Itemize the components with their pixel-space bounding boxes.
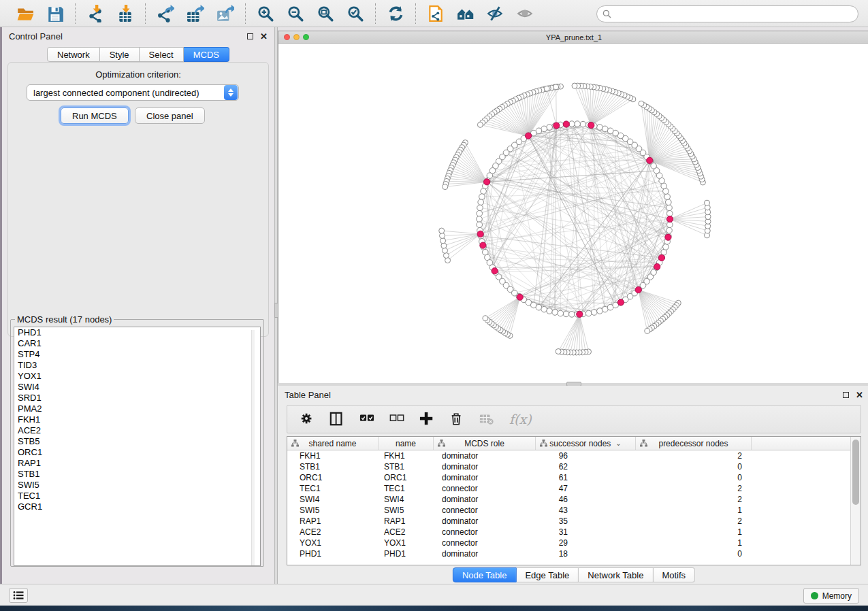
cell-successor-nodes: 62 [536,461,636,472]
criterion-dropdown[interactable]: largest connected component (undirected) [27,84,239,101]
column-header-successor-nodes[interactable]: successor nodes⌄ [536,437,636,450]
task-history-button[interactable] [9,588,28,603]
tab-mcds[interactable]: MCDS [184,47,229,62]
float-panel-icon[interactable] [843,392,849,398]
node-table[interactable]: shared namenameMCDS rolesuccessor nodes⌄… [287,436,861,565]
tab-style[interactable]: Style [100,47,140,62]
cell-name: ORC1 [379,472,434,483]
mcds-result-title: MCDS result (17 nodes) [15,314,114,325]
mcds-result-item[interactable]: FKH1 [14,414,260,425]
mcds-result-item[interactable]: SWI5 [14,480,260,491]
float-panel-icon[interactable] [247,33,253,39]
close-panel-icon[interactable]: ✕ [260,31,268,42]
table-row[interactable]: SWI4SWI4dominator462 [287,494,851,505]
select-all-icon[interactable] [359,410,374,428]
houses-icon[interactable] [455,3,476,24]
tab-network-table[interactable]: Network Table [579,567,653,582]
mcds-result-item[interactable]: PHD1 [14,327,260,338]
table-row[interactable]: YOX1YOX1connector291 [287,538,851,548]
mcds-result-item[interactable]: SRD1 [14,393,260,403]
table-row[interactable]: ACE2ACE2connector311 [287,527,851,538]
import-table-icon[interactable] [115,3,135,24]
cell-shared-name: RAP1 [287,516,379,527]
mcds-result-item[interactable]: STB5 [14,436,260,447]
mcds-result-item[interactable]: ACE2 [14,425,260,436]
zoom-in-icon[interactable] [255,3,276,24]
network-canvas[interactable] [278,44,868,383]
zoom-fit-icon[interactable] [315,3,336,24]
cell-name: ACE2 [379,527,434,538]
search-box[interactable] [596,5,858,22]
zoom-out-icon[interactable] [285,3,306,24]
cell-name: YOX1 [379,538,434,548]
import-network-icon[interactable] [85,3,106,24]
column-header-shared-name[interactable]: shared name [287,437,379,450]
run-mcds-button[interactable]: Run MCDS [61,108,129,124]
tab-node-table[interactable]: Node Table [453,567,517,582]
cell-name: PHD1 [379,548,434,559]
columns-icon[interactable] [329,410,344,428]
mcds-result-item[interactable]: STP4 [14,349,260,360]
cell-name: SWI4 [379,494,434,505]
mcds-list-scrollbar[interactable] [251,330,255,566]
open-session-icon[interactable] [15,3,35,24]
table-row[interactable]: PHD1PHD1dominator180 [287,548,851,559]
mcds-result-item[interactable]: TEC1 [14,491,260,501]
mcds-result-item[interactable]: PMA2 [14,403,260,414]
cell-predecessor-nodes: 1 [636,527,752,538]
scrollbar-thumb[interactable] [852,440,859,505]
criterion-value: largest connected component (undirected) [27,88,224,98]
tab-select[interactable]: Select [140,47,184,62]
refresh-layout-icon[interactable] [385,3,406,24]
table-row[interactable]: FKH1FKH1dominator962 [287,450,851,461]
column-header-name[interactable]: name [379,437,434,450]
plus-icon[interactable] [419,410,434,428]
trash-icon[interactable] [449,410,464,428]
export-image-icon[interactable] [215,3,236,24]
mcds-result-item[interactable]: GCR1 [14,501,260,512]
control-panel-title: Control Panel [9,31,247,42]
tab-edge-table[interactable]: Edge Table [516,567,579,582]
application-window: Control Panel ✕ NetworkStyleSelectMCDS O… [0,0,868,606]
mcds-result-item[interactable]: TID3 [14,360,260,371]
cell-successor-nodes: 35 [536,516,636,527]
control-panel-header: Control Panel ✕ [2,27,274,45]
table-panel: Table Panel ✕ f(x) shared namenameMCDS r… [278,386,868,584]
table-row[interactable]: ORC1ORC1dominator610 [287,472,851,483]
control-panel: Control Panel ✕ NetworkStyleSelectMCDS O… [2,27,274,584]
gear-icon[interactable] [300,410,315,428]
zoom-selected-icon[interactable] [345,3,366,24]
close-panel-icon[interactable]: ✕ [856,390,863,400]
cell-shared-name: ACE2 [287,527,379,538]
mcds-result-item[interactable]: CAR1 [14,338,260,349]
eye-slash-icon[interactable] [485,3,506,24]
mcds-result-item[interactable]: ORC1 [14,447,260,458]
mcds-tab-content [7,62,269,337]
tab-network[interactable]: Network [47,47,100,62]
export-network-icon[interactable] [155,3,176,24]
memory-button[interactable]: Memory [803,588,859,604]
mcds-result-item[interactable]: SWI4 [14,382,260,393]
save-session-icon[interactable] [45,3,65,24]
table-scrollbar[interactable] [850,437,861,565]
cell-MCDS-role: connector [434,483,536,494]
tab-motifs[interactable]: Motifs [653,567,695,582]
document-network-icon[interactable] [425,3,446,24]
mcds-result-item[interactable]: STB1 [14,469,260,480]
mcds-result-list[interactable]: PHD1CAR1STP4TID3YOX1SWI4SRD1PMA2FKH1ACE2… [14,327,261,566]
export-table-icon[interactable] [185,3,206,24]
table-row[interactable]: SWI5SWI5connector431 [287,505,851,516]
deselect-all-icon[interactable] [389,410,404,428]
search-input[interactable] [615,10,858,19]
column-header-predecessor-nodes[interactable]: predecessor nodes [636,437,752,450]
column-header-MCDS-role[interactable]: MCDS role [434,437,536,450]
cell-MCDS-role: connector [434,505,536,516]
table-row[interactable]: RAP1RAP1dominator352 [287,516,851,527]
close-panel-button[interactable]: Close panel [135,108,205,124]
table-row[interactable]: TEC1TEC1connector472 [287,483,851,494]
network-window-titlebar[interactable]: YPA_prune.txt_1 [278,31,868,44]
mcds-result-item[interactable]: YOX1 [14,371,260,382]
search-icon [602,10,611,18]
mcds-result-item[interactable]: RAP1 [14,458,260,469]
table-row[interactable]: STB1STB1dominator620 [287,461,851,472]
